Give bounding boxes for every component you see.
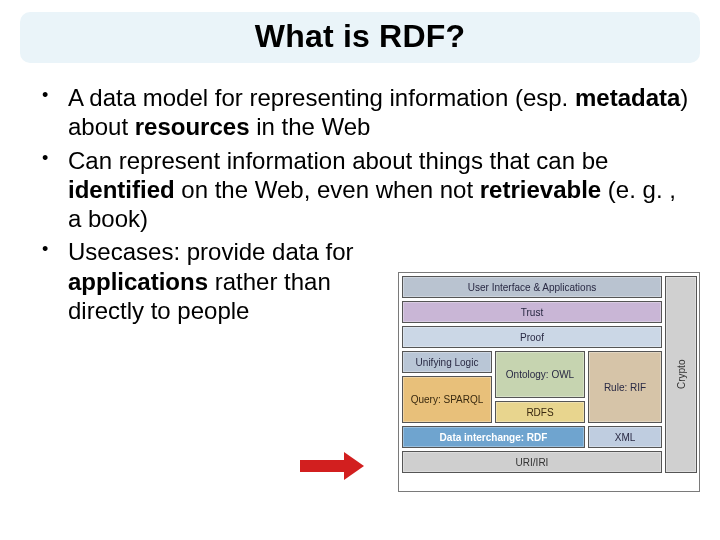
list-item: Can represent information about things t… [36, 146, 692, 234]
layer-crypto: Crypto [665, 276, 697, 473]
layer-sparql: Query: SPARQL [402, 376, 492, 423]
bold-text: resources [135, 113, 250, 140]
layer-owl: Ontology: OWL [495, 351, 585, 398]
layer-rule: Rule: RIF [588, 351, 662, 423]
layer-rdf: Data interchange: RDF [402, 426, 585, 448]
bold-text: metadata [575, 84, 680, 111]
layer-trust: Trust [402, 301, 662, 323]
slide-title: What is RDF? [20, 18, 700, 55]
bold-text: retrievable [480, 176, 601, 203]
bold-text: applications [68, 268, 208, 295]
semantic-web-stack-diagram: User Interface & Applications Trust Proo… [398, 272, 700, 492]
list-item: A data model for representing informatio… [36, 83, 692, 142]
bold-text: identified [68, 176, 175, 203]
layer-rdfs: RDFS [495, 401, 585, 423]
layer-ui: User Interface & Applications [402, 276, 662, 298]
text: A data model for representing informatio… [68, 84, 575, 111]
layer-logic: Unifying Logic [402, 351, 492, 373]
text: Usecases: provide data for [68, 238, 353, 265]
layer-proof: Proof [402, 326, 662, 348]
text: on the Web, even when not [175, 176, 480, 203]
text: Can represent information about things t… [68, 147, 608, 174]
layer-uri: URI/IRI [402, 451, 662, 473]
title-bar: What is RDF? [20, 12, 700, 63]
red-arrow-icon [300, 452, 370, 480]
layer-xml: XML [588, 426, 662, 448]
text: in the Web [249, 113, 370, 140]
